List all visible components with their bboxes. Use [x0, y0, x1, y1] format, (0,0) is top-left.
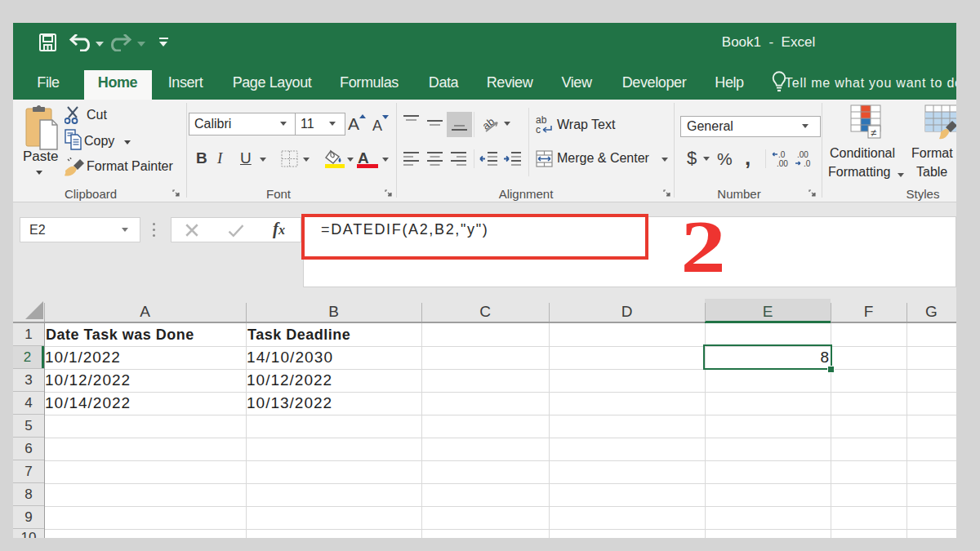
- svg-text:.0: .0: [804, 159, 811, 168]
- svg-text:≠: ≠: [871, 127, 876, 139]
- svg-text:.0: .0: [778, 150, 786, 159]
- svg-text:.00: .00: [777, 159, 788, 168]
- svg-text:.00: .00: [797, 150, 808, 159]
- svg-text:c: c: [536, 124, 541, 135]
